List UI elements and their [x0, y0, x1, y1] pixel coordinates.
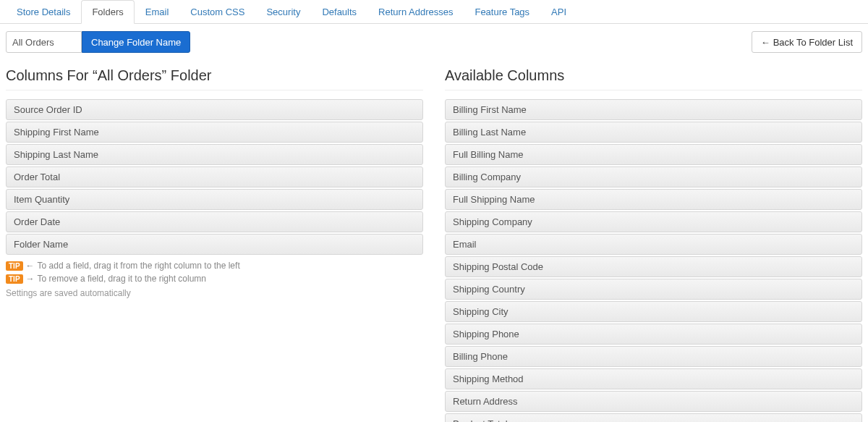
column-item[interactable]: Billing First Name [445, 99, 862, 120]
tip-remove-text: To remove a field, drag it to the right … [38, 274, 206, 284]
tab-email[interactable]: Email [135, 0, 180, 24]
settings-tabs: Store DetailsFoldersEmailCustom CSSSecur… [0, 0, 868, 24]
column-item[interactable]: Product Total [445, 413, 862, 422]
tip-add: TIP ← To add a field, drag it from the r… [6, 261, 423, 271]
column-item[interactable]: Folder Name [6, 234, 423, 255]
tab-security[interactable]: Security [255, 0, 311, 24]
tab-return-addresses[interactable]: Return Addresses [367, 0, 464, 24]
column-item[interactable]: Full Billing Name [445, 144, 862, 165]
tab-defaults[interactable]: Defaults [311, 0, 367, 24]
tab-feature-tags[interactable]: Feature Tags [464, 0, 540, 24]
column-item[interactable]: Shipping Company [445, 211, 862, 232]
change-folder-name-button[interactable]: Change Folder Name [82, 31, 190, 53]
column-item[interactable]: Shipping Postal Code [445, 256, 862, 277]
available-columns-list[interactable]: Billing First NameBilling Last NameFull … [445, 99, 862, 422]
column-item[interactable]: Order Date [6, 211, 423, 232]
column-item[interactable]: Billing Phone [445, 346, 862, 367]
column-item[interactable]: Full Shipping Name [445, 189, 862, 210]
column-item[interactable]: Shipping First Name [6, 122, 423, 143]
column-item[interactable]: Shipping City [445, 301, 862, 322]
available-columns-heading: Available Columns [445, 67, 862, 90]
tip-add-text: To add a field, drag it from the right c… [38, 261, 240, 271]
column-item[interactable]: Item Quantity [6, 189, 423, 210]
selected-columns-list[interactable]: Source Order IDShipping First NameShippi… [6, 99, 423, 255]
column-item[interactable]: Return Address [445, 391, 862, 412]
selected-columns-heading: Columns For “All Orders” Folder [6, 67, 423, 90]
back-button-label: Back To Folder List [773, 37, 853, 48]
arrow-left-icon: ← [26, 261, 35, 271]
column-item[interactable]: Source Order ID [6, 99, 423, 120]
tip-remove: TIP → To remove a field, drag it to the … [6, 274, 423, 284]
tip-badge: TIP [6, 274, 23, 284]
available-columns-panel: Available Columns Billing First NameBill… [445, 67, 862, 422]
columns-layout: Columns For “All Orders” Folder Source O… [0, 60, 868, 422]
tips-section: TIP ← To add a field, drag it from the r… [6, 261, 423, 298]
folder-name-input[interactable] [6, 31, 82, 53]
tab-custom-css[interactable]: Custom CSS [179, 0, 255, 24]
column-item[interactable]: Billing Company [445, 166, 862, 187]
column-item[interactable]: Order Total [6, 166, 423, 187]
arrow-left-icon: ← [761, 37, 770, 48]
tab-folders[interactable]: Folders [81, 0, 134, 24]
column-item[interactable]: Shipping Country [445, 279, 862, 300]
tip-badge: TIP [6, 261, 23, 271]
folder-toolbar: Change Folder Name ← Back To Folder List [0, 24, 868, 60]
selected-columns-panel: Columns For “All Orders” Folder Source O… [6, 67, 423, 422]
column-item[interactable]: Shipping Method [445, 368, 862, 389]
column-item[interactable]: Shipping Last Name [6, 144, 423, 165]
tab-api[interactable]: API [540, 0, 577, 24]
autosave-note: Settings are saved automatically [6, 288, 423, 298]
column-item[interactable]: Email [445, 234, 862, 255]
column-item[interactable]: Shipping Phone [445, 324, 862, 345]
tab-store-details[interactable]: Store Details [6, 0, 81, 24]
arrow-right-icon: → [26, 274, 35, 284]
column-item[interactable]: Billing Last Name [445, 122, 862, 143]
back-to-folder-list-button[interactable]: ← Back To Folder List [752, 31, 862, 53]
